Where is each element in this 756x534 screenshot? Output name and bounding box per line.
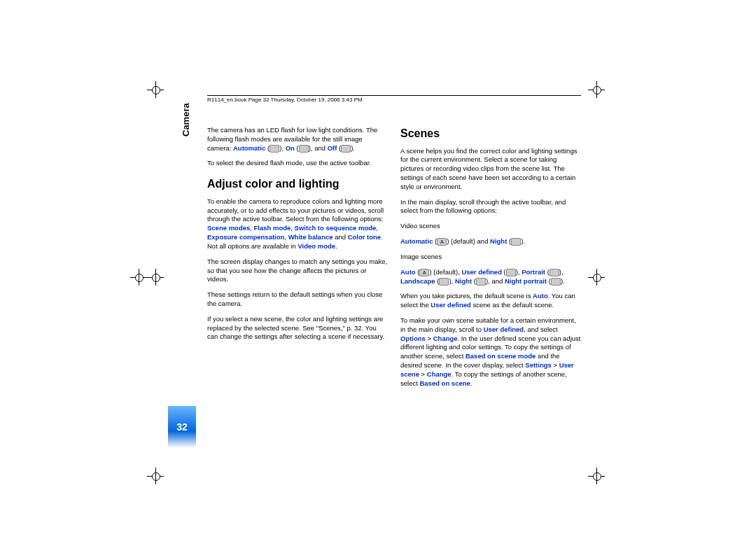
flash-off-icon — [341, 145, 351, 153]
page-number: 32 — [168, 406, 196, 448]
crop-mark — [588, 269, 605, 286]
flash-intro: The camera has an LED flash for low ligh… — [207, 126, 388, 153]
side-label: Camera — [181, 103, 191, 136]
header-rule — [207, 95, 581, 96]
video-scenes-list: Automatic (A) (default) and Night (). — [400, 237, 581, 246]
heading-adjust: Adjust color and lighting — [207, 176, 388, 192]
display-match: The screen display changes to match any … — [207, 258, 388, 284]
flash-select: To select the desired flash mode, use th… — [207, 159, 388, 168]
video-scenes-label: Video scenes — [400, 222, 581, 231]
night-portrait-icon — [551, 278, 561, 286]
auto-icon: A — [437, 238, 447, 246]
scenes-intro: A scene helps you find the correct color… — [400, 147, 581, 192]
crop-mark — [130, 269, 147, 286]
column-left: The camera has an LED flash for low ligh… — [207, 126, 388, 394]
adjust-options: To enable the camera to reproduce colors… — [207, 197, 388, 251]
own-scene: To make your own scene suitable for a ce… — [400, 316, 581, 388]
default-return: These settings return to the default set… — [207, 290, 388, 309]
crop-mark — [147, 81, 164, 98]
text-columns: The camera has an LED flash for low ligh… — [207, 126, 581, 394]
new-scene-note: If you select a new scene, the color and… — [207, 315, 388, 342]
auto-icon: A — [419, 269, 429, 276]
image-scenes-list: Auto (A) (default), User defined (), Por… — [400, 268, 581, 286]
portrait-icon — [550, 269, 559, 276]
column-right: Scenes A scene helps you find the correc… — [400, 126, 581, 394]
crop-mark — [147, 269, 164, 286]
image-scenes-label: Image scenes — [400, 253, 581, 262]
flash-on-icon — [299, 145, 309, 153]
crop-mark — [588, 468, 605, 484]
landscape-icon — [439, 278, 449, 286]
night-icon — [511, 238, 521, 246]
header-text: R1114_en.book Page 32 Thursday, October … — [207, 97, 363, 103]
page-content: R1114_en.book Page 32 Thursday, October … — [168, 91, 581, 455]
night-icon — [476, 278, 486, 286]
user-defined-icon — [506, 269, 516, 276]
crop-mark — [147, 468, 164, 484]
heading-scenes: Scenes — [400, 126, 581, 141]
scenes-scroll: In the main display, scroll through the … — [400, 198, 581, 216]
crop-mark — [588, 81, 605, 98]
flash-auto-icon — [270, 145, 279, 153]
default-scene: When you take pictures, the default scen… — [400, 292, 581, 310]
